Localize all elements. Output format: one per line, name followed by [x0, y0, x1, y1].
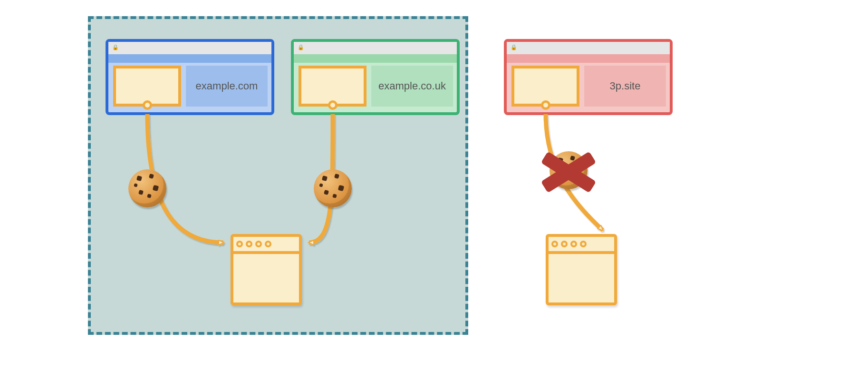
embedded-frame: [113, 66, 181, 107]
url-bar: 🔒: [294, 42, 457, 54]
domain-label: 3p.site: [584, 66, 666, 107]
diagram-stage: 🔒 example.com 🔒 example.co.uk 🔒: [0, 0, 868, 390]
embedded-frame: [299, 66, 366, 107]
domain-label: example.co.uk: [371, 66, 453, 107]
connector-origin-icon: [328, 100, 338, 110]
url-bar: 🔒: [108, 42, 271, 54]
window-dot-icon: [255, 241, 262, 247]
target-window-controls: [233, 237, 299, 254]
toolbar: [108, 54, 271, 63]
blocked-icon: [540, 146, 597, 194]
window-dot-icon: [570, 241, 577, 247]
browser-3p-site: 🔒 3p.site: [504, 39, 673, 115]
window-dot-icon: [561, 241, 568, 247]
target-window-controls: [549, 237, 614, 254]
lock-icon: 🔒: [112, 44, 119, 50]
browser-example-co-uk: 🔒 example.co.uk: [291, 39, 460, 115]
embedded-frame: [511, 66, 579, 107]
window-dot-icon: [236, 241, 243, 247]
window-dot-icon: [551, 241, 558, 247]
connector-origin-icon: [541, 100, 550, 110]
shared-target-window: [231, 234, 302, 305]
toolbar: [294, 54, 457, 63]
connector-origin-icon: [143, 100, 152, 110]
domain-label: example.com: [186, 66, 268, 107]
window-dot-icon: [246, 241, 252, 247]
cookie-icon: [314, 169, 352, 207]
window-dot-icon: [265, 241, 271, 247]
browser-example-com: 🔒 example.com: [106, 39, 274, 115]
thirdparty-target-window: [546, 234, 617, 305]
url-bar: 🔒: [507, 42, 670, 54]
lock-icon: 🔒: [298, 44, 304, 50]
cookie-icon: [128, 169, 166, 207]
window-dot-icon: [580, 241, 587, 247]
lock-icon: 🔒: [511, 44, 517, 50]
toolbar: [507, 54, 670, 63]
